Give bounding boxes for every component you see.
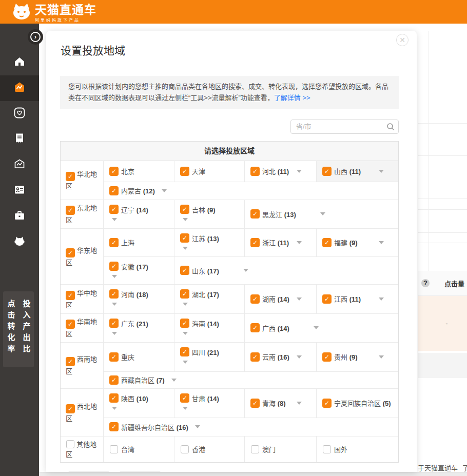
- sidebar-item-campaign[interactable]: [0, 75, 39, 101]
- checkbox-unchecked[interactable]: [66, 440, 74, 448]
- dropdown-arrow-icon[interactable]: [183, 247, 188, 250]
- region-cell-华北地区[interactable]: ✓华北地区: [61, 161, 104, 200]
- province-option-广东[interactable]: ✓广东 (21): [104, 314, 174, 342]
- checkbox-unchecked[interactable]: [251, 445, 259, 453]
- checkbox-checked[interactable]: ✓: [109, 422, 119, 431]
- sidebar-item-account[interactable]: [0, 178, 39, 204]
- dropdown-arrow-icon[interactable]: [379, 355, 384, 359]
- province-option-湖南[interactable]: ✓湖南 (14): [244, 285, 316, 313]
- province-option-江西[interactable]: ✓江西 (11): [316, 285, 398, 313]
- checkbox-checked[interactable]: ✓: [66, 172, 75, 181]
- checkbox-checked[interactable]: ✓: [109, 352, 119, 362]
- checkbox-checked[interactable]: ✓: [66, 291, 75, 300]
- select-all-button[interactable]: 全部选中: [68, 471, 109, 472]
- dropdown-arrow-icon[interactable]: [112, 218, 117, 221]
- region-cell-其他地区[interactable]: 其他地区: [61, 437, 104, 462]
- province-option-重庆[interactable]: ✓重庆: [104, 343, 174, 371]
- dropdown-arrow-icon[interactable]: [112, 407, 117, 410]
- checkbox-checked[interactable]: ✓: [180, 393, 189, 403]
- sidebar-item-reports[interactable]: [0, 127, 39, 152]
- province-option-国外[interactable]: 国外: [316, 437, 398, 462]
- province-option-吉林[interactable]: ✓吉林 (9): [174, 200, 244, 228]
- dropdown-arrow-icon[interactable]: [183, 361, 188, 364]
- province-option-上海[interactable]: ✓上海: [104, 229, 174, 256]
- province-option-四川[interactable]: ✓四川 (21): [174, 343, 244, 371]
- dropdown-arrow-icon[interactable]: [297, 355, 302, 359]
- province-option-山西[interactable]: ✓山西 (11): [316, 161, 398, 182]
- dropdown-arrow-icon[interactable]: [297, 241, 302, 244]
- checkbox-checked[interactable]: ✓: [250, 323, 260, 332]
- region-cell-华中地区[interactable]: ✓华中地区: [61, 285, 104, 313]
- checkbox-checked[interactable]: ✓: [322, 352, 332, 362]
- checkbox-checked[interactable]: ✓: [250, 209, 260, 219]
- checkbox-checked[interactable]: ✓: [66, 248, 75, 257]
- checkbox-unchecked[interactable]: [110, 445, 118, 453]
- dropdown-arrow-icon[interactable]: [243, 269, 248, 272]
- checkbox-checked[interactable]: ✓: [66, 206, 75, 215]
- province-search-input[interactable]: [290, 120, 399, 134]
- dropdown-arrow-icon[interactable]: [297, 298, 302, 301]
- province-option-天津[interactable]: ✓天津: [174, 161, 244, 182]
- checkbox-unchecked[interactable]: [181, 445, 189, 453]
- dropdown-arrow-icon[interactable]: [297, 170, 302, 173]
- sidebar-item-favorites[interactable]: [0, 101, 39, 127]
- sidebar-item-tmall[interactable]: [0, 229, 39, 255]
- deselect-all-button[interactable]: 全部取消: [120, 471, 161, 472]
- dropdown-arrow-icon[interactable]: [320, 212, 325, 215]
- dropdown-arrow-icon[interactable]: [183, 218, 188, 221]
- province-option-河南[interactable]: ✓河南 (18): [104, 285, 174, 313]
- sidebar-item-home[interactable]: [0, 50, 39, 75]
- checkbox-checked[interactable]: ✓: [322, 238, 332, 247]
- province-option-青海[interactable]: ✓青海 (8): [244, 389, 316, 418]
- search-icon[interactable]: [386, 123, 395, 133]
- province-option-安徽[interactable]: ✓安徽 (17): [104, 257, 174, 284]
- checkbox-checked[interactable]: ✓: [109, 289, 119, 299]
- checkbox-checked[interactable]: ✓: [250, 352, 260, 362]
- checkbox-checked[interactable]: ✓: [109, 238, 119, 247]
- province-option-广西[interactable]: ✓广西 (14): [244, 314, 398, 342]
- checkbox-checked[interactable]: ✓: [322, 399, 332, 408]
- province-option-辽宁[interactable]: ✓辽宁 (14): [104, 200, 174, 228]
- learn-more-link[interactable]: 了解详情 >>: [274, 94, 310, 102]
- province-option-北京[interactable]: ✓北京: [104, 161, 174, 182]
- logo[interactable]: 天猫直通车 阿里妈妈旗下产品: [11, 2, 96, 24]
- dropdown-arrow-icon[interactable]: [379, 298, 384, 301]
- province-option-河北[interactable]: ✓河北 (11): [244, 161, 316, 182]
- checkbox-checked[interactable]: ✓: [180, 205, 189, 214]
- checkbox-checked[interactable]: ✓: [109, 167, 119, 176]
- checkbox-checked[interactable]: ✓: [66, 320, 75, 329]
- checkbox-checked[interactable]: ✓: [180, 266, 189, 275]
- region-cell-华东地区[interactable]: ✓华东地区: [61, 229, 104, 284]
- checkbox-checked[interactable]: ✓: [250, 167, 260, 176]
- province-option-新疆维吾尔自治区[interactable]: ✓新疆维吾尔自治区 (16): [104, 418, 398, 436]
- region-cell-西北地区[interactable]: ✓西北地区: [61, 389, 104, 436]
- checkbox-checked[interactable]: ✓: [109, 262, 119, 271]
- dropdown-arrow-icon[interactable]: [183, 407, 188, 410]
- dropdown-arrow-icon[interactable]: [112, 303, 117, 306]
- sidebar-item-insights[interactable]: [0, 152, 39, 178]
- checkbox-checked[interactable]: ✓: [180, 167, 189, 176]
- province-option-陕西[interactable]: ✓陕西 (10): [104, 389, 174, 418]
- checkbox-checked[interactable]: ✓: [180, 319, 189, 328]
- checkbox-checked[interactable]: ✓: [109, 375, 119, 385]
- province-option-黑龙江[interactable]: ✓黑龙江 (13): [244, 200, 398, 228]
- checkbox-checked[interactable]: ✓: [109, 186, 119, 195]
- province-option-香港[interactable]: 香港: [174, 437, 244, 462]
- dropdown-arrow-icon[interactable]: [398, 402, 398, 405]
- checkbox-checked[interactable]: ✓: [109, 205, 119, 214]
- checkbox-checked[interactable]: ✓: [66, 404, 75, 413]
- sidebar-item-tools[interactable]: [0, 204, 39, 229]
- province-option-内蒙古[interactable]: ✓内蒙古 (12): [104, 182, 398, 200]
- dropdown-arrow-icon[interactable]: [112, 332, 117, 335]
- dropdown-arrow-icon[interactable]: [183, 303, 188, 306]
- checkbox-checked[interactable]: ✓: [250, 399, 260, 408]
- region-cell-西南地区[interactable]: ✓西南地区: [61, 343, 104, 388]
- dropdown-arrow-icon[interactable]: [297, 402, 302, 405]
- province-option-浙江[interactable]: ✓浙江 (11): [244, 229, 316, 256]
- province-option-山东[interactable]: ✓山东 (17): [174, 257, 398, 284]
- dropdown-arrow-icon[interactable]: [379, 170, 384, 173]
- checkbox-checked[interactable]: ✓: [180, 289, 189, 299]
- sidebar-expand-button[interactable]: ›: [28, 29, 43, 45]
- checkbox-unchecked[interactable]: [323, 445, 331, 453]
- region-cell-华南地区[interactable]: ✓华南地区: [61, 314, 104, 342]
